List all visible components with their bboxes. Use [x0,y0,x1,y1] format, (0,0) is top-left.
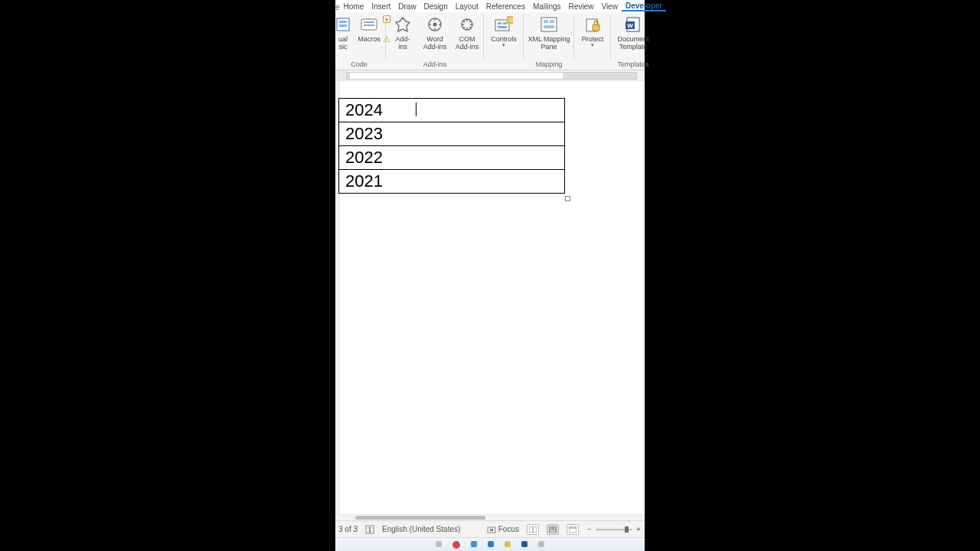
protect-button[interactable]: Protect ▾ [577,14,608,47]
table-row[interactable]: 2024 [339,99,565,122]
table-cell[interactable]: 2023 [339,122,565,146]
group-label-addins: Add-ins [423,60,447,70]
horizontal-scrollbar[interactable] [335,514,645,520]
read-mode-button[interactable] [527,524,539,535]
status-bar: 3 of 3 English (United States) Focus − + [335,520,645,537]
group-label-mapping: Mapping [536,60,563,70]
chevron-down-icon: ▾ [502,43,505,47]
table-resize-handle[interactable] [565,196,570,201]
chevron-down-icon: ▾ [591,43,594,47]
svg-rect-32 [490,529,493,531]
svg-marker-6 [396,18,410,31]
svg-rect-22 [544,25,554,28]
xml-mapping-icon [540,15,558,34]
table-row[interactable]: 2022 [339,146,565,170]
scrollbar-thumb[interactable] [355,516,485,520]
controls-button[interactable]: Controls ▾ [487,14,521,47]
table-row[interactable]: 2023 [339,122,565,146]
print-layout-button[interactable] [547,524,559,535]
com-addins-label: COM Add-ins [452,35,482,51]
word-addins-icon [426,15,444,34]
xml-mapping-label: XML Mapping Pane [525,35,573,51]
table-cell[interactable]: 2024 [339,99,565,122]
document-template-label: Document Template [612,35,654,51]
page-indicator[interactable]: 3 of 3 [338,525,358,533]
taskbar-icon[interactable] [538,541,544,547]
taskbar-icon[interactable] [488,541,494,547]
menu-bar: e Home Insert Draw Design Layout Referen… [335,0,645,12]
group-label-code: Code [351,60,368,70]
svg-rect-30 [369,530,371,533]
ribbon-group-addins: Add- ins Word Add-ins COM Add-ins Add-in… [386,12,484,70]
ribbon-group-mapping: XML Mapping Pane Mapping [524,12,574,70]
table-cell[interactable]: 2022 [339,146,565,170]
svg-point-29 [369,527,371,529]
svg-rect-4 [364,21,374,23]
addins-label: Add- ins [387,35,418,51]
zoom-track[interactable] [596,529,632,530]
menu-insert[interactable]: Insert [368,2,394,11]
year-table[interactable]: 2024 2023 2022 2021 [338,98,565,194]
menu-review[interactable]: Review [565,2,598,11]
svg-rect-1 [339,21,347,23]
svg-rect-5 [364,24,374,26]
taskbar-icon[interactable] [436,541,442,547]
svg-point-8 [433,23,437,27]
ribbon-group-code: ual sic Macros ● ⚠ Code [335,12,386,70]
macros-icon [360,15,378,34]
controls-icon [495,15,513,34]
focus-mode-button[interactable]: Focus [487,525,519,534]
menu-layout[interactable]: Layout [452,2,482,11]
svg-text:W: W [627,22,633,29]
group-label-templates: Templates [617,60,648,70]
macros-label: Macros [354,35,384,43]
ribbon: ual sic Macros ● ⚠ Code [335,12,645,70]
word-doc-icon: W [624,15,642,34]
table-cell[interactable]: 2021 [339,170,565,194]
com-addins-button[interactable]: COM Add-ins [453,14,481,51]
svg-rect-20 [544,20,548,23]
svg-rect-24 [593,24,599,31]
taskbar-icon[interactable] [505,541,511,547]
taskbar-icon[interactable] [471,541,477,547]
svg-rect-17 [498,26,507,28]
svg-rect-16 [503,22,507,24]
com-addins-icon [458,15,476,34]
svg-rect-15 [498,22,501,24]
zoom-out-button[interactable]: − [586,525,593,533]
menu-draw[interactable]: Draw [394,2,420,11]
word-addins-button[interactable]: Word Add-ins [421,14,449,51]
menu-home[interactable]: Home [340,2,368,11]
zoom-knob[interactable] [625,527,629,533]
document-template-button[interactable]: W Document Template [614,14,652,51]
lock-icon [583,15,602,34]
document-area[interactable]: 2024 2023 2022 2021 [335,81,645,514]
taskbar-icon[interactable] [452,541,460,549]
menu-mailings[interactable]: Mailings [529,2,565,11]
svg-rect-21 [550,20,554,23]
svg-rect-18 [508,17,513,23]
ruler[interactable] [335,70,645,81]
accessibility-icon[interactable] [365,525,374,534]
svg-rect-38 [569,527,577,533]
addins-button[interactable]: Add- ins [389,14,416,51]
web-layout-button[interactable] [567,524,579,535]
macros-button[interactable]: Macros ● ⚠ [355,14,383,43]
menu-references[interactable]: References [482,2,529,11]
zoom-in-button[interactable]: + [635,525,642,533]
ribbon-group-controls: Controls ▾ . [484,12,524,70]
menu-design[interactable]: Design [420,2,452,11]
table-row[interactable]: 2021 [339,170,565,194]
zoom-slider[interactable]: − + [586,525,642,533]
xml-mapping-button[interactable]: XML Mapping Pane [527,14,571,51]
word-window: e Home Insert Draw Design Layout Referen… [335,0,645,551]
taskbar-icon[interactable] [521,541,528,547]
language-indicator[interactable]: English (United States) [382,525,460,533]
menu-view[interactable]: View [597,2,622,11]
visual-basic-button[interactable]: ual sic [335,14,351,51]
vb-icon [334,15,352,34]
text-cursor [416,103,416,116]
menu-developer[interactable]: Developer [622,2,666,11]
windows-taskbar[interactable] [335,537,645,551]
vb-label: ual sic [335,35,351,51]
